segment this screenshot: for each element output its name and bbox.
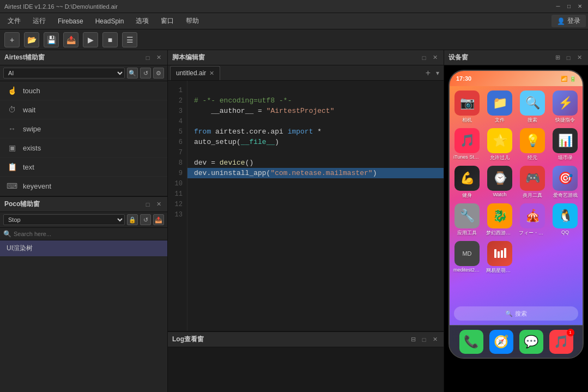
phone-mockup: 17:30 📶 🔋 📷 相机 [448, 70, 584, 359]
code-editor[interactable]: 1 2 3 4 5 6 7 8 9 10 11 12 13 # -*- enco… [168, 81, 444, 331]
airtest-close-btn[interactable]: ✕ [154, 53, 163, 62]
poco-mode-select[interactable]: Stop Start Android iOS [3, 214, 125, 225]
menu-toggle-button[interactable]: ☰ [122, 32, 137, 47]
app-tools[interactable]: 🔧 应用工具 [453, 203, 481, 237]
tab-add-button[interactable]: + [422, 68, 434, 78]
app-starpop[interactable]: 网易星萌大师 [486, 241, 514, 274]
app-fitness[interactable]: 💪 健身 [453, 166, 481, 199]
app-search[interactable]: 🔍 搜索 [518, 91, 547, 124]
login-button[interactable]: 👤 登录 [551, 15, 586, 27]
window-controls: ─ □ ✕ [554, 3, 584, 10]
menu-window[interactable]: 窗口 [155, 14, 179, 28]
app-shortcuts[interactable]: ⚡ 快捷指令 [551, 91, 579, 124]
editor-panel-title: 脚本编辑窗 [172, 53, 205, 62]
refresh-btn[interactable]: ↺ [140, 68, 151, 79]
dock-safari[interactable]: 🧭 [489, 330, 513, 354]
editor-minimize-btn[interactable]: □ [420, 53, 428, 62]
line-13: 13 [168, 209, 183, 220]
menu-firebase[interactable]: Firebase [52, 15, 89, 27]
tab-menu-button[interactable]: ▾ [434, 69, 441, 77]
app-starpop-label: 网易星萌大师 [486, 267, 513, 274]
refresh-icon: ↺ [143, 70, 148, 77]
poco-minimize-btn[interactable]: □ [143, 200, 152, 209]
new-icon: + [10, 35, 14, 44]
device-minimize-btn[interactable]: □ [564, 53, 573, 62]
phone-screen[interactable]: 📷 相机 📁 文件 🔍 搜索 [450, 86, 583, 325]
poco-search-input[interactable] [14, 231, 164, 237]
app-game1-icon: 🎮 [520, 166, 545, 191]
dock-messages[interactable]: 💬 [519, 330, 543, 354]
airtest-item-text[interactable]: 📋 text [0, 158, 167, 177]
app-light[interactable]: 💡 经元 [518, 128, 547, 161]
editor-tab-untitled[interactable]: untitled.air ✕ [170, 66, 220, 80]
log-minimize-btn[interactable]: □ [420, 335, 428, 344]
poco-panel-header: Poco辅助窗 □ ✕ [0, 197, 167, 212]
airtest-item-swipe[interactable]: ↔ swipe [0, 119, 167, 138]
app-qq-icon: 🐧 [553, 203, 578, 228]
minimize-button[interactable]: ─ [554, 3, 562, 10]
phone-search-icon: 🔍 [505, 310, 513, 317]
menu-run[interactable]: 运行 [27, 14, 51, 28]
menu-icon: ☰ [126, 35, 134, 44]
maximize-button[interactable]: □ [565, 3, 573, 10]
search-btn[interactable]: 🔍 [127, 68, 138, 79]
app-qq[interactable]: 🐧 QQ [551, 203, 579, 237]
app-star[interactable]: ⭐ 允许过儿 [486, 128, 514, 161]
poco-search-icon: 🔍 [3, 230, 11, 238]
airtest-search-select[interactable]: AI [3, 68, 125, 79]
stop-button[interactable]: ■ [102, 32, 118, 47]
text-label: text [23, 163, 34, 171]
airtest-minimize-btn[interactable]: □ [143, 53, 152, 62]
poco-close-btn[interactable]: ✕ [154, 200, 163, 209]
app-film-label: フィー・ム待 [519, 230, 546, 237]
editor-close-btn[interactable]: ✕ [431, 53, 439, 62]
app-chart[interactable]: 📊 墙币录 [551, 128, 579, 161]
export-button[interactable]: 📤 [63, 32, 78, 47]
code-content[interactable]: # -*- encoding=utf8 -*- __author__ = "Ai… [187, 81, 444, 331]
music-badge: 1 [567, 329, 574, 336]
open-button[interactable]: 📂 [24, 32, 39, 47]
dock-phone[interactable]: 📞 [459, 330, 483, 354]
app-film[interactable]: 🎪 フィー・ム待 [518, 203, 547, 237]
app-iqiyi[interactable]: 🎯 爱奇艺游戏 [551, 166, 579, 199]
app-itunes[interactable]: 🎵 iTunes Store [453, 128, 481, 161]
app-watch[interactable]: ⌚ Watch [486, 166, 514, 199]
poco-ui-tree-item[interactable]: UI渲染树 [0, 240, 167, 256]
menu-headspin[interactable]: HeadSpin [90, 15, 130, 27]
log-panel-header: Log查看窗 ⊟ □ ✕ [168, 332, 444, 347]
poco-refresh-icon: ↺ [143, 216, 148, 224]
phone-search-bar[interactable]: 🔍 搜索 [454, 306, 578, 321]
poco-export-btn[interactable]: 📤 [153, 214, 164, 225]
poco-lock-btn[interactable]: 🔒 [127, 214, 138, 225]
airtest-item-wait[interactable]: ⏱ wait [0, 100, 167, 119]
airtest-item-keyevent[interactable]: ⌨ keyevent [0, 177, 167, 196]
log-filter-btn[interactable]: ⊟ [409, 335, 417, 344]
app-game1[interactable]: 🎮 炎月二真 [518, 166, 547, 199]
run-button[interactable]: ▶ [83, 32, 98, 47]
poco-refresh-btn[interactable]: ↺ [140, 214, 151, 225]
device-close-btn[interactable]: ✕ [575, 53, 584, 62]
app-mhxy[interactable]: 🐉 梦幻西游网页版 [486, 203, 514, 237]
line-6: 6 [168, 137, 183, 147]
device-expand-btn[interactable]: ⊞ [553, 53, 562, 62]
app-meditest[interactable]: MD meditest23C31 [453, 241, 481, 274]
menu-file[interactable]: 文件 [2, 14, 26, 28]
dock-music[interactable]: 🎵 1 [549, 330, 573, 354]
new-button[interactable]: + [4, 32, 20, 47]
menu-help[interactable]: 帮助 [180, 14, 204, 28]
login-label: 登录 [567, 16, 580, 26]
app-camera[interactable]: 📷 相机 [453, 91, 481, 124]
close-button[interactable]: ✕ [576, 3, 584, 10]
line-12: 12 [168, 199, 183, 209]
device-panel-header: 设备窗 ⊞ □ ✕ [444, 50, 588, 65]
airtest-item-exists[interactable]: ▣ exists [0, 138, 167, 158]
airtest-item-touch[interactable]: ☝ touch [0, 81, 167, 100]
save-button[interactable]: 💾 [44, 32, 59, 47]
settings-btn[interactable]: ⚙ [153, 68, 164, 79]
save-icon: 💾 [47, 35, 56, 44]
tab-close-icon[interactable]: ✕ [209, 70, 214, 77]
svg-rect-0 [494, 249, 496, 258]
menu-options[interactable]: 选项 [130, 14, 154, 28]
log-close-btn[interactable]: ✕ [431, 335, 439, 344]
app-files[interactable]: 📁 文件 [486, 91, 514, 124]
